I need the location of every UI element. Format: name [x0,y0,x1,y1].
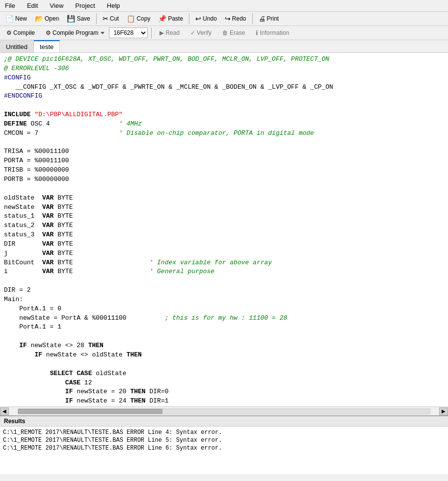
line-19: status_2 VAR BYTE [4,222,73,229]
copy-button[interactable]: 📋 Copy [123,13,154,24]
save-icon: 💾 [67,15,75,23]
scroll-thumb[interactable] [18,409,162,414]
line-37a: IF newState = 20 THEN DIR=0 [4,388,169,395]
line-33a: IF newState <> oldState THEN [4,351,142,358]
line-4: __CONFIG _XT_OSC & _WDT_OFF & _PWRTE_ON … [4,83,333,91]
erase-label: Erase [230,29,245,36]
horizontal-scrollbar[interactable]: ◀ ▶ [0,406,448,415]
line-24a: i VAR BYTE [4,268,149,275]
results-panel: Results C:\1_REMOTE 2017\RENAULT\TESTE.B… [0,415,448,474]
result-line-2: C:\1_REMOTE 2017\RENAULT\TESTE.BAS ERROR… [3,436,445,444]
device-select[interactable]: 16F628 16F84A 16F877A [109,27,148,38]
line-11: TRISA = %00011100 [4,148,69,155]
compile-program-label: Compile Program [53,29,98,36]
line-13: TRISB = %00000000 [4,166,69,174]
print-button[interactable]: 🖨 Print [255,13,283,24]
line-20: status_3 VAR BYTE [4,231,73,238]
open-button[interactable]: 📂 Open [31,13,62,24]
compile-icon: ⚙ [6,29,12,36]
scroll-track[interactable] [18,408,430,414]
compile-program-arrow-icon [101,32,105,34]
line-35a: SELECT CASE oldState [4,370,127,377]
menu-bar: File Edit View Project Help [0,0,448,12]
editor-container: ;@ DEVICE pic16F628A, XT_OSC, WDT_OFF, P… [0,53,448,415]
read-icon: ▶ [159,29,164,36]
undo-icon: ↩ [195,15,201,23]
redo-icon: ↪ [225,15,231,23]
read-button[interactable]: ▶ Read [155,28,184,38]
verify-label: Verify [197,29,211,36]
line-29a: newState = PortA & %00011100 [4,314,165,322]
save-label: Save [77,15,90,22]
open-label: Open [45,15,59,22]
redo-button[interactable]: ↪ Redo [221,13,250,24]
compile-button[interactable]: ⚙ Compile [2,28,39,38]
scroll-right-button[interactable]: ▶ [439,407,448,415]
undo-label: Undo [203,15,217,22]
line-18: status_1 VAR BYTE [4,212,73,220]
line-14: PORTB = %00000000 [4,176,69,183]
cut-label: Cut [110,15,119,22]
compile-program-icon: ⚙ [46,29,51,36]
new-icon: 📄 [5,15,14,23]
information-label: Information [260,29,289,36]
compile-program-button[interactable]: ⚙ Compile Program [41,28,107,38]
line-7b: "D:\PBP\ALLDIGITAL.PBP" [34,111,122,118]
scroll-left-button[interactable]: ◀ [0,407,9,415]
line-9b: ' Disable on-chip comparator, PORTA in d… [119,129,314,137]
menu-file[interactable]: File [2,1,18,10]
paste-icon: 📌 [158,15,166,23]
information-icon: ℹ [256,29,258,36]
editor[interactable]: ;@ DEVICE pic16F628A, XT_OSC, WDT_OFF, P… [0,53,448,406]
line-8c: ' 4MHz [119,120,142,127]
result-line-3: C:\1_REMOTE 2017\RENAULT\TESTE.BAS ERROR… [3,444,445,452]
line-17: newState VAR BYTE [4,203,73,211]
separator-2 [189,13,189,24]
read-label: Read [165,29,180,36]
open-icon: 📂 [35,15,43,23]
menu-project[interactable]: Project [72,1,98,10]
print-icon: 🖨 [259,15,265,23]
tab-teste[interactable]: teste [34,40,60,52]
compile-label: Compile [13,29,35,36]
line-30: PortA.1 = 1 [4,323,61,330]
new-button[interactable]: 📄 New [2,13,30,24]
line-3: #CONFIG [4,74,31,81]
line-5: #ENDCONFIG [4,92,42,100]
line-24b: ' General purpose [149,268,214,275]
line-7: INCLUDE [4,111,34,118]
paste-button[interactable]: 📌 Paste [155,13,186,24]
erase-button[interactable]: 🗑 Erase [218,28,249,38]
paste-label: Paste [168,15,183,22]
line-26: DIR = 2 [4,286,31,294]
separator-compile [151,27,152,38]
cut-button[interactable]: ✂ Cut [99,13,123,24]
cut-icon: ✂ [103,15,108,23]
result-line-1: C:\1_REMOTE 2017\RENAULT\TESTE.BAS ERROR… [3,429,445,436]
tab-untitled[interactable]: Untitled [0,40,34,52]
tab-bar: Untitled teste [0,40,448,53]
separator-3 [252,13,253,24]
verify-button[interactable]: ✓ Verify [186,28,216,38]
line-12: PORTA = %00011100 [4,157,69,164]
line-8a: DEFINE [4,120,27,127]
line-8b: OSC 4 [27,120,119,127]
line-23a: BitCount VAR BYTE [4,259,149,266]
line-32a: IF newState <> 28 THEN [4,342,104,349]
line-2: @ ERRORLEVEL -306 [4,65,69,72]
save-button[interactable]: 💾 Save [63,13,93,24]
undo-button[interactable]: ↩ Undo [192,13,220,24]
results-content: C:\1_REMOTE 2017\RENAULT\TESTE.BAS ERROR… [0,427,448,474]
line-36: CASE 12 [4,379,92,386]
compile-bar: ⚙ Compile ⚙ Compile Program 16F628 16F84… [0,26,448,40]
menu-view[interactable]: View [47,1,66,10]
copy-icon: 📋 [127,15,135,23]
line-22: j VAR BYTE [4,250,73,257]
information-button[interactable]: ℹ Information [251,28,293,38]
print-label: Print [267,15,279,22]
menu-edit[interactable]: Edit [24,1,41,10]
menu-help[interactable]: Help [104,1,123,10]
line-29b: ; this is for my hw : 11100 = 28 [165,314,288,322]
line-23b: ' Index variable for above array [149,259,272,266]
line-28: PortA.1 = 0 [4,305,61,312]
